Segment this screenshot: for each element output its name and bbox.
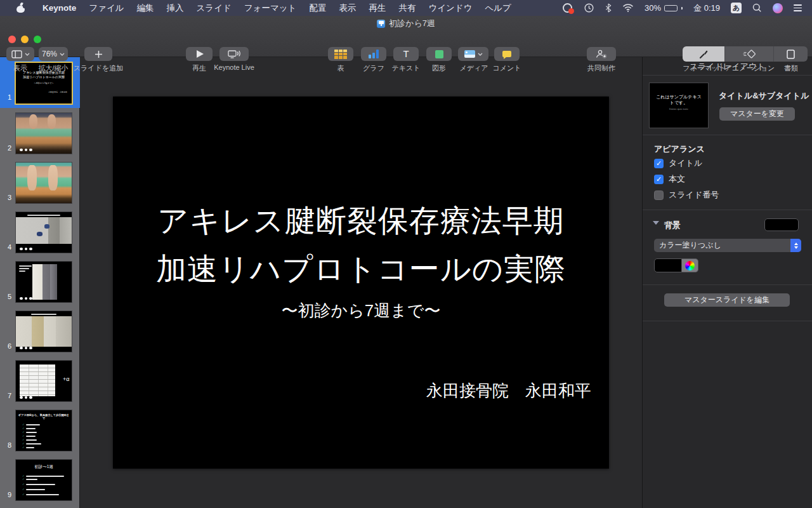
edit-master-button[interactable]: マスタースライドを編集 — [664, 293, 790, 307]
title-checkbox-row: タイトル — [654, 157, 702, 169]
insert-chart-button[interactable] — [361, 47, 386, 61]
add-slide-label: スライドを追加 — [74, 64, 123, 73]
menu-edit[interactable]: 編集 — [131, 0, 160, 16]
chevron-down-icon — [60, 53, 65, 56]
slide-thumbnail-4[interactable] — [15, 211, 72, 253]
slide-title-line2[interactable]: 加速リハプロトコールの実際 — [113, 249, 609, 290]
bluetooth-icon[interactable] — [605, 3, 612, 13]
play-button[interactable] — [186, 47, 213, 61]
layout-sample-title: これはサンプルテキストです。 — [654, 94, 704, 105]
menu-view[interactable]: 表示 — [332, 0, 362, 16]
slide-photo — [32, 264, 57, 300]
menu-help[interactable]: ヘルプ — [478, 0, 517, 16]
insert-media-button[interactable] — [458, 47, 488, 61]
wifi-icon[interactable] — [622, 4, 634, 12]
plus-icon — [95, 50, 103, 58]
slide-number: 5 — [1, 293, 11, 300]
insert-table-button[interactable] — [328, 47, 353, 61]
layout-sample-body: Donec quis nunc — [650, 107, 708, 110]
slide-number: 1 — [1, 93, 11, 101]
time-machine-icon[interactable] — [584, 3, 594, 13]
color-well-swatch[interactable] — [654, 258, 682, 272]
slide-thumbnail-9[interactable]: 初診〜1週 — [15, 459, 72, 501]
insert-comment-button[interactable] — [494, 47, 520, 61]
insert-text-button[interactable] — [393, 47, 419, 61]
slide-credit[interactable]: 永田接骨院 永田和平 — [426, 380, 591, 402]
slide-canvas[interactable]: アキレス腱断裂保存療法早期 加速リハプロトコールの実際 〜初診から7週まで〜 永… — [80, 57, 642, 508]
notification-center-icon[interactable] — [794, 4, 802, 11]
divider — [643, 284, 812, 285]
shape-icon — [435, 50, 443, 58]
menu-slide[interactable]: スライド — [190, 0, 238, 16]
menu-window[interactable]: ウインドウ — [422, 0, 478, 16]
battery-nub — [681, 7, 683, 10]
menu-app-name[interactable]: Keynote — [36, 0, 82, 16]
slide-subtitle[interactable]: 〜初診から7週まで〜 — [113, 300, 609, 322]
body-checkbox[interactable] — [654, 175, 664, 184]
slide-thumbnail-2[interactable] — [15, 112, 72, 154]
slide-number-checkbox[interactable] — [654, 190, 664, 200]
animate-panel-button[interactable] — [725, 46, 774, 62]
add-slide-button[interactable] — [84, 47, 112, 61]
layout-preview[interactable]: これはサンプルテキストです。 Donec quis nunc — [649, 83, 709, 128]
slide-thumbnail-3[interactable] — [15, 162, 72, 204]
insert-shape-button[interactable] — [426, 47, 452, 61]
minimize-button[interactable] — [21, 36, 29, 43]
collaborate-button[interactable] — [587, 47, 616, 61]
layout-name: タイトル&サブタイトル — [719, 90, 809, 102]
change-master-button[interactable]: マスターを変更 — [719, 107, 795, 121]
mini-slide-title: ギプス固定から、装具除去して歩行開始まで — [17, 413, 70, 420]
dropdown-stepper-icon — [790, 239, 801, 252]
slide7-annotation: +α — [63, 376, 69, 382]
zoom-button[interactable]: 76% — [39, 47, 68, 61]
siri-icon[interactable] — [773, 3, 783, 13]
comment-icon — [502, 51, 511, 57]
spotlight-icon[interactable] — [752, 3, 762, 13]
status-app-badge-icon[interactable] — [562, 3, 573, 13]
color-wheel-button[interactable] — [682, 258, 698, 272]
background-disclosure-triangle[interactable] — [653, 221, 659, 225]
document-panel-button[interactable] — [774, 46, 808, 62]
slide-thumbnail-5[interactable] — [15, 261, 72, 303]
title-checkbox[interactable] — [654, 159, 664, 168]
menu-share[interactable]: 共有 — [392, 0, 422, 16]
window-title-area: 初診から7週 — [377, 18, 435, 29]
battery-percent: 30% — [645, 3, 661, 13]
keynote-document-icon — [377, 20, 385, 28]
chevron-down-icon — [25, 53, 30, 56]
slide-thumbnail-7[interactable]: +α — [15, 360, 72, 402]
mini-credit: 永田接骨院 永田和平 — [48, 91, 67, 93]
insert-media-label: メディア — [459, 64, 488, 73]
menu-arrange[interactable]: 配置 — [303, 0, 332, 16]
slide-thumbnail-6[interactable] — [15, 311, 72, 352]
battery-indicator[interactable]: 30% — [645, 3, 683, 13]
window-title: 初診から7週 — [389, 18, 435, 29]
slide-thumbnail-8[interactable]: ギプス固定から、装具除去して歩行開始まで — [15, 410, 72, 451]
micro-text — [31, 314, 56, 315]
background-color-swatch[interactable] — [764, 218, 799, 231]
color-wheel-icon — [685, 261, 695, 271]
input-method-icon[interactable]: あ — [731, 3, 742, 13]
keynote-live-icon — [228, 50, 241, 58]
menu-play[interactable]: 再生 — [362, 0, 392, 16]
menubar-clock[interactable]: 金 0:19 — [693, 3, 720, 14]
close-button[interactable] — [8, 36, 16, 43]
menu-file[interactable]: ファイル — [82, 0, 130, 16]
zoom-window-button[interactable] — [34, 36, 41, 43]
window-controls — [8, 36, 41, 43]
menu-format[interactable]: フォーマット — [238, 0, 303, 16]
build-dots — [20, 396, 32, 399]
apple-menu[interactable] — [9, 0, 36, 16]
fill-type-dropdown[interactable]: カラー塗りつぶし — [654, 239, 801, 252]
current-slide[interactable]: アキレス腱断裂保存療法早期 加速リハプロトコールの実際 〜初診から7週まで〜 永… — [113, 97, 609, 469]
keynote-live-button[interactable] — [219, 47, 249, 61]
collaborate-icon — [594, 49, 608, 59]
format-panel-button[interactable] — [683, 46, 725, 62]
slide-number-checkbox-row: スライド番号 — [654, 189, 719, 201]
view-button[interactable] — [6, 47, 34, 61]
background-color-well — [654, 258, 698, 272]
animate-diamond-icon — [742, 49, 756, 59]
media-icon — [464, 50, 475, 58]
menu-insert[interactable]: 挿入 — [160, 0, 190, 16]
slide-title-line1[interactable]: アキレス腱断裂保存療法早期 — [113, 201, 609, 241]
